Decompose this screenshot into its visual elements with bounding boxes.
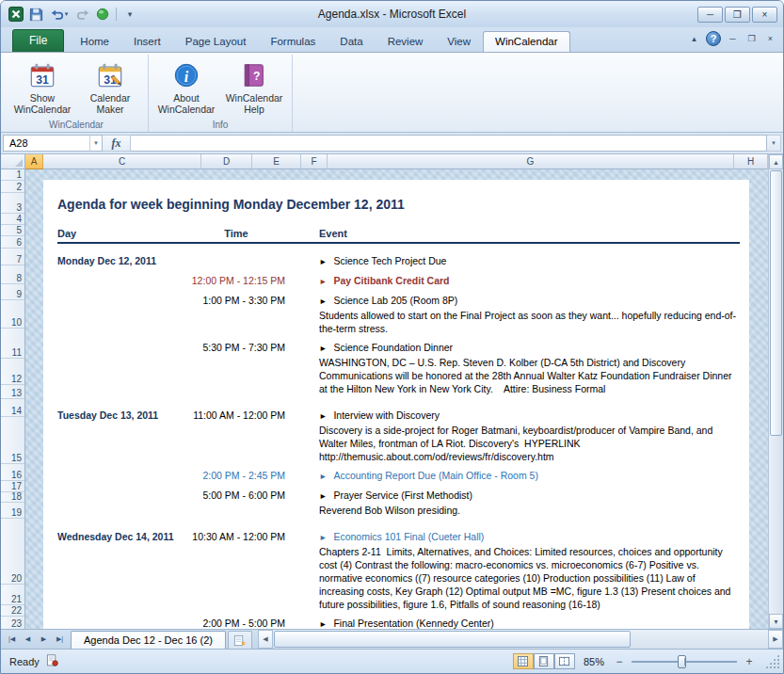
row-header-3[interactable]: 3 (1, 193, 24, 214)
agenda-event: ►Economics 101 Final (Cueter Hall)Chapte… (285, 531, 740, 611)
column-header-d[interactable]: D (201, 154, 252, 169)
column-header-c[interactable]: C (43, 154, 201, 169)
vertical-scroll-thumb[interactable] (770, 170, 782, 436)
vertical-scroll-track[interactable] (769, 437, 783, 614)
agenda-day-label: Tuesday Dec 13, 2011 (57, 409, 187, 463)
undo-dropdown-icon[interactable]: ▾ (65, 10, 69, 18)
ribbon-button-calendar-maker[interactable]: 31 Calendar Maker (78, 56, 142, 117)
name-box-dropdown-icon[interactable]: ▼ (89, 136, 102, 151)
workbook-close-button[interactable]: × (763, 34, 777, 43)
ribbon-button-wincalendar-help[interactable]: ?WinCalendar Help (222, 56, 286, 117)
tab-page-layout[interactable]: Page Layout (173, 31, 259, 52)
next-sheet-button[interactable]: ▶ (36, 635, 52, 643)
row-header-12[interactable]: 12 (1, 359, 24, 385)
first-sheet-button[interactable]: |◀ (4, 635, 20, 643)
name-box[interactable]: A28▼ (3, 135, 103, 152)
close-button[interactable]: × (752, 7, 777, 23)
row-header-10[interactable]: 10 (1, 300, 24, 329)
day-column-header: Day (57, 228, 187, 239)
resize-grip[interactable] (765, 654, 779, 668)
row-header-9[interactable]: 9 (1, 284, 24, 300)
zoom-in-button[interactable]: + (743, 655, 756, 668)
row-header-15[interactable]: 15 (1, 417, 24, 464)
restore-button[interactable]: ❒ (725, 7, 750, 23)
minimize-button[interactable]: ─ (697, 7, 723, 23)
ribbon-button-show-wincalendar[interactable]: 31 Show WinCalendar (10, 56, 74, 117)
column-header-e[interactable]: E (252, 154, 301, 169)
page-layout-view-button[interactable] (534, 653, 554, 669)
row-header-8[interactable]: 8 (1, 265, 24, 284)
zoom-slider[interactable] (632, 654, 737, 669)
save-button[interactable] (27, 6, 44, 23)
column-header-g[interactable]: G (328, 154, 734, 169)
tab-insert[interactable]: Insert (121, 31, 173, 52)
tab-home[interactable]: Home (68, 31, 121, 52)
event-bullet-icon: ► (319, 491, 327, 501)
tab-review[interactable]: Review (376, 31, 436, 52)
spreadsheet-canvas[interactable]: Agenda for week beginning Monday Decembe… (25, 169, 768, 629)
macro-record-icon[interactable] (46, 654, 58, 668)
redo-button[interactable] (74, 6, 91, 23)
help-button[interactable]: ? (706, 31, 721, 46)
page-break-preview-button[interactable] (554, 653, 575, 669)
scroll-right-icon[interactable]: ▶ (768, 630, 783, 649)
horizontal-scroll-track[interactable] (273, 630, 768, 649)
row-header-20[interactable]: 20 (1, 519, 24, 585)
ribbon-button-about-wincalendar[interactable]: iAbout WinCalendar (154, 56, 218, 117)
tab-formulas[interactable]: Formulas (258, 31, 328, 52)
insert-function-button[interactable]: fx (103, 135, 131, 152)
ribbon-group-wincalendar: 31 Show WinCalendar 31 Calendar MakerWin… (5, 55, 149, 132)
zoom-slider-handle[interactable] (678, 655, 686, 668)
row-header-11[interactable]: 11 (1, 329, 24, 359)
row-header-6[interactable]: 6 (1, 236, 24, 249)
zoom-out-button[interactable]: − (613, 655, 626, 668)
horizontal-scroll-thumb[interactable] (274, 631, 631, 648)
last-sheet-button[interactable]: ▶| (52, 635, 68, 643)
row-header-14[interactable]: 14 (1, 399, 24, 417)
ribbon: 31 Show WinCalendar 31 Calendar MakerWin… (1, 52, 783, 133)
sheet-tab-active[interactable]: Agenda Dec 12 - Dec 16 (2) (71, 631, 226, 649)
row-header-16[interactable]: 16 (1, 464, 24, 481)
customize-qat-button[interactable]: ▾ (121, 6, 138, 23)
formula-input[interactable] (131, 135, 767, 152)
row-header-13[interactable]: 13 (1, 385, 24, 399)
event-column-header: Event (285, 228, 740, 239)
row-header-22[interactable]: 22 (1, 605, 24, 617)
column-header-a[interactable]: A (25, 154, 43, 169)
scroll-down-icon[interactable]: ▼ (769, 614, 783, 629)
undo-button[interactable]: ▾ (47, 6, 72, 23)
formula-bar-expand-icon[interactable]: ▼ (767, 135, 781, 152)
prev-sheet-button[interactable]: ◀ (20, 635, 36, 643)
collapse-ribbon-icon[interactable]: ▴ (687, 34, 701, 43)
agenda-event-row: 2:00 PM - 2:45 PM►Accounting Report Due … (57, 470, 740, 483)
agenda-event-time: 1:00 PM - 3:30 PM (187, 295, 285, 335)
row-header-7[interactable]: 7 (1, 249, 24, 265)
column-header-h[interactable]: H (734, 154, 768, 169)
scroll-up-icon[interactable]: ▲ (769, 154, 783, 169)
row-header-18[interactable]: 18 (1, 492, 24, 503)
tab-wincalendar[interactable]: WinCalendar (483, 31, 569, 52)
row-header-19[interactable]: 19 (1, 503, 24, 519)
row-header-5[interactable]: 5 (1, 225, 24, 236)
tab-data[interactable]: Data (328, 31, 375, 52)
normal-view-button[interactable] (513, 653, 534, 669)
wincalendar-qat-button[interactable] (94, 6, 111, 23)
insert-worksheet-button[interactable] (228, 631, 252, 649)
window-controls: ─ ❒ × (697, 7, 783, 23)
horizontal-scrollbar[interactable]: ◀ ▶ (258, 630, 783, 649)
vertical-scrollbar[interactable]: ▲ ▼ (768, 154, 783, 629)
workbook-restore-button[interactable]: ❒ (744, 34, 759, 43)
svg-text:31: 31 (36, 73, 49, 87)
row-header-21[interactable]: 21 (1, 585, 24, 605)
row-header-2[interactable]: 2 (1, 181, 24, 193)
row-header-4[interactable]: 4 (1, 214, 24, 225)
file-tab[interactable]: File (12, 29, 64, 52)
scroll-left-icon[interactable]: ◀ (258, 630, 273, 649)
column-header-f[interactable]: F (301, 154, 328, 169)
zoom-level[interactable]: 85% (581, 656, 607, 667)
select-all-button[interactable] (1, 154, 25, 169)
row-header-23[interactable]: 23 (1, 617, 24, 629)
workbook-minimize-button[interactable]: ─ (726, 34, 740, 43)
row-header-1[interactable]: 1 (1, 169, 24, 181)
tab-view[interactable]: View (435, 31, 483, 52)
